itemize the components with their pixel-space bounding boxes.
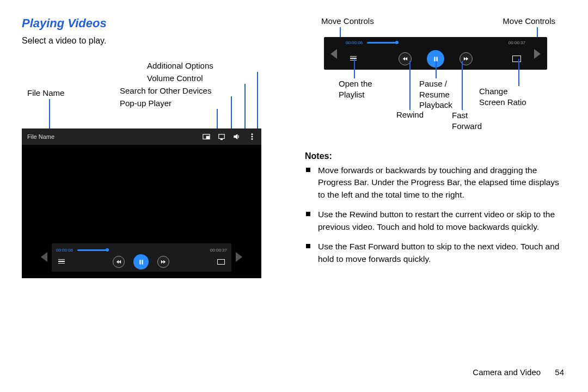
callout-labels-top-left: File Name Additional Options Volume Cont… [22, 56, 278, 126]
move-controls-left-icon[interactable] [41, 252, 47, 262]
callout-line [462, 61, 463, 110]
intro-text: Select a video to play. [22, 36, 278, 46]
svg-rect-7 [139, 260, 140, 264]
popup-player-icon[interactable] [203, 133, 210, 140]
footer-page-number: 54 [555, 367, 564, 377]
callout-line [354, 59, 355, 78]
volume-icon[interactable] [233, 133, 241, 140]
screen-ratio-icon[interactable] [217, 259, 225, 265]
section-heading: Playing Videos [22, 16, 278, 30]
label-search-devices: Search for Other Devices [120, 86, 211, 95]
notes-heading: Notes: [305, 151, 566, 161]
more-options-icon[interactable] [248, 133, 256, 140]
progress-bar[interactable] [367, 42, 397, 44]
screen-ratio-icon[interactable] [512, 56, 521, 62]
player-control-bar: 00:00:06 00:00:37 [52, 243, 231, 272]
label-move-controls-1: Move Controls [321, 16, 374, 26]
fast-forward-button[interactable] [157, 256, 169, 268]
rewind-button[interactable] [113, 256, 125, 268]
svg-rect-9 [434, 57, 435, 61]
callout-labels-top-right: Move Controls Move Controls [305, 16, 566, 33]
pause-button[interactable] [133, 254, 149, 270]
svg-rect-2 [219, 134, 225, 139]
progress-bar[interactable] [77, 249, 107, 251]
list-item: Move forwards or backwards by touching a… [318, 164, 566, 201]
label-fast-forward: FastForward [452, 110, 482, 131]
move-controls-right-icon[interactable] [236, 252, 242, 262]
label-rewind: Rewind [396, 110, 424, 119]
label-move-controls-2: Move Controls [503, 16, 555, 26]
svg-point-5 [252, 136, 253, 137]
label-pause-resume: Pause /ResumePlayback [419, 78, 452, 111]
elapsed-time: 00:00:06 [56, 248, 73, 253]
svg-rect-8 [142, 260, 143, 264]
list-item: Use the Rewind button to restart the cur… [318, 209, 566, 233]
svg-point-4 [252, 133, 253, 134]
list-item: Use the Fast Forward button to skip to t… [318, 241, 566, 265]
total-time: 00:00:37 [509, 40, 525, 45]
callout-line [257, 72, 258, 137]
video-player: File Name [22, 128, 261, 278]
elapsed-time: 00:00:06 [346, 40, 363, 45]
page-footer: Camera and Video 54 [473, 367, 564, 377]
callout-line [518, 59, 519, 86]
playlist-icon[interactable] [350, 56, 357, 62]
total-time: 00:00:37 [210, 248, 227, 253]
svg-rect-10 [436, 57, 437, 61]
callout-labels-bottom-right: Open thePlaylist Pause /ResumePlayback C… [305, 73, 566, 144]
playlist-icon[interactable] [58, 259, 65, 265]
label-file-name: File Name [27, 88, 64, 97]
label-additional-options: Additional Options [147, 61, 213, 70]
footer-section: Camera and Video [473, 367, 541, 377]
svg-rect-1 [206, 136, 209, 138]
callout-line [436, 61, 437, 78]
player-file-name: File Name [27, 133, 54, 140]
notes-list: Move forwards or backwards by touching a… [305, 164, 566, 265]
player-topbar: File Name [22, 128, 261, 145]
label-open-playlist: Open thePlaylist [339, 78, 372, 100]
callout-line [409, 61, 411, 110]
svg-rect-3 [220, 139, 223, 139]
search-devices-icon[interactable] [218, 133, 225, 140]
label-volume-control: Volume Control [147, 74, 203, 83]
label-popup-player: Pop-up Player [120, 99, 171, 108]
label-change-ratio: ChangeScreen Ratio [479, 86, 526, 107]
svg-point-6 [252, 138, 253, 139]
